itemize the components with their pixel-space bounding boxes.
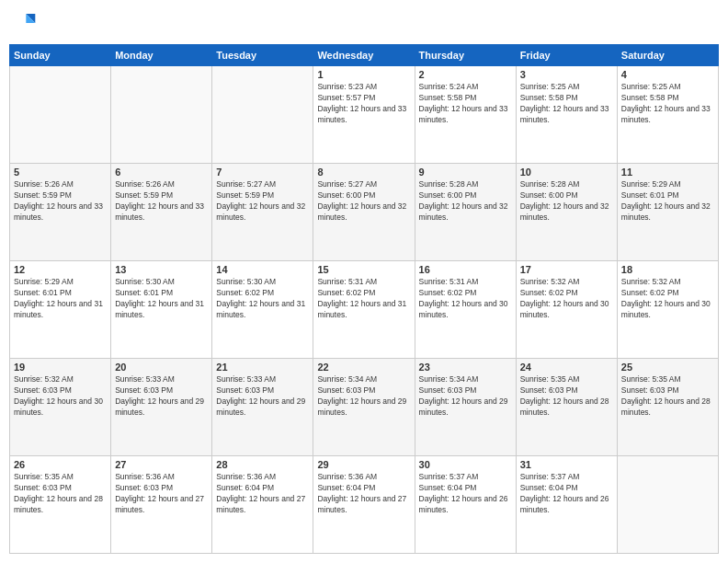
calendar-cell: 23Sunrise: 5:34 AM Sunset: 6:03 PM Dayli… [415,359,516,456]
logo-icon [9,9,37,37]
cell-info: Sunrise: 5:23 AM Sunset: 5:57 PM Dayligh… [317,82,410,126]
calendar-cell: 24Sunrise: 5:35 AM Sunset: 6:03 PM Dayli… [516,359,617,456]
calendar-cell: 13Sunrise: 5:30 AM Sunset: 6:01 PM Dayli… [111,261,212,359]
day-number: 21 [216,362,309,373]
calendar-cell: 6Sunrise: 5:26 AM Sunset: 5:59 PM Daylig… [111,164,212,261]
weekday-header-monday: Monday [111,45,212,66]
calendar-cell: 2Sunrise: 5:24 AM Sunset: 5:58 PM Daylig… [415,66,516,164]
day-number: 24 [520,362,613,373]
cell-info: Sunrise: 5:31 AM Sunset: 6:02 PM Dayligh… [419,277,512,321]
day-number: 10 [520,167,613,178]
cell-info: Sunrise: 5:25 AM Sunset: 5:58 PM Dayligh… [520,82,613,126]
day-number: 26 [14,459,107,470]
calendar-cell [212,66,313,164]
day-number: 14 [216,264,309,275]
cell-info: Sunrise: 5:28 AM Sunset: 6:00 PM Dayligh… [520,179,613,224]
weekday-header-wednesday: Wednesday [313,45,415,66]
cell-info: Sunrise: 5:33 AM Sunset: 6:03 PM Dayligh… [216,374,309,419]
cell-info: Sunrise: 5:28 AM Sunset: 6:00 PM Dayligh… [419,179,512,224]
day-number: 23 [419,362,512,373]
calendar-cell: 30Sunrise: 5:37 AM Sunset: 6:04 PM Dayli… [415,456,516,554]
cell-info: Sunrise: 5:34 AM Sunset: 6:03 PM Dayligh… [419,374,512,419]
day-number: 19 [14,362,107,373]
calendar-cell: 15Sunrise: 5:31 AM Sunset: 6:02 PM Dayli… [313,261,415,359]
calendar-cell: 5Sunrise: 5:26 AM Sunset: 5:59 PM Daylig… [10,164,111,261]
calendar-cell: 21Sunrise: 5:33 AM Sunset: 6:03 PM Dayli… [212,359,313,456]
calendar-cell: 29Sunrise: 5:36 AM Sunset: 6:04 PM Dayli… [313,456,415,554]
cell-info: Sunrise: 5:35 AM Sunset: 6:03 PM Dayligh… [520,374,613,419]
day-number: 1 [317,69,410,80]
cell-info: Sunrise: 5:27 AM Sunset: 6:00 PM Dayligh… [317,179,410,224]
cell-info: Sunrise: 5:24 AM Sunset: 5:58 PM Dayligh… [419,82,512,126]
day-number: 20 [115,362,208,373]
day-number: 5 [14,167,107,178]
cell-info: Sunrise: 5:32 AM Sunset: 6:02 PM Dayligh… [520,277,613,321]
calendar-cell: 7Sunrise: 5:27 AM Sunset: 5:59 PM Daylig… [212,164,313,261]
calendar-week-row: 26Sunrise: 5:35 AM Sunset: 6:03 PM Dayli… [10,456,719,554]
day-number: 4 [621,69,714,80]
cell-info: Sunrise: 5:35 AM Sunset: 6:03 PM Dayligh… [621,374,714,419]
header [9,9,719,37]
calendar-week-row: 19Sunrise: 5:32 AM Sunset: 6:03 PM Dayli… [10,359,719,456]
cell-info: Sunrise: 5:35 AM Sunset: 6:03 PM Dayligh… [14,472,107,516]
weekday-header-thursday: Thursday [415,45,516,66]
day-number: 29 [317,459,410,470]
cell-info: Sunrise: 5:36 AM Sunset: 6:04 PM Dayligh… [216,472,309,516]
day-number: 13 [115,264,208,275]
calendar-cell: 4Sunrise: 5:25 AM Sunset: 5:58 PM Daylig… [617,66,718,164]
day-number: 15 [317,264,410,275]
calendar-cell: 12Sunrise: 5:29 AM Sunset: 6:01 PM Dayli… [10,261,111,359]
calendar-cell: 11Sunrise: 5:29 AM Sunset: 6:01 PM Dayli… [617,164,718,261]
calendar-cell [10,66,111,164]
cell-info: Sunrise: 5:36 AM Sunset: 6:04 PM Dayligh… [317,472,410,516]
day-number: 2 [419,69,512,80]
calendar-cell: 19Sunrise: 5:32 AM Sunset: 6:03 PM Dayli… [10,359,111,456]
cell-info: Sunrise: 5:25 AM Sunset: 5:58 PM Dayligh… [621,82,714,126]
calendar-week-row: 1Sunrise: 5:23 AM Sunset: 5:57 PM Daylig… [10,66,719,164]
day-number: 25 [621,362,714,373]
cell-info: Sunrise: 5:32 AM Sunset: 6:03 PM Dayligh… [14,374,107,419]
calendar-cell: 25Sunrise: 5:35 AM Sunset: 6:03 PM Dayli… [617,359,718,456]
cell-info: Sunrise: 5:37 AM Sunset: 6:04 PM Dayligh… [419,472,512,516]
cell-info: Sunrise: 5:30 AM Sunset: 6:01 PM Dayligh… [115,277,208,321]
calendar-cell: 27Sunrise: 5:36 AM Sunset: 6:03 PM Dayli… [111,456,212,554]
calendar-cell: 9Sunrise: 5:28 AM Sunset: 6:00 PM Daylig… [415,164,516,261]
day-number: 3 [520,69,613,80]
day-number: 9 [419,167,512,178]
calendar-cell: 18Sunrise: 5:32 AM Sunset: 6:02 PM Dayli… [617,261,718,359]
cell-info: Sunrise: 5:34 AM Sunset: 6:03 PM Dayligh… [317,374,410,419]
day-number: 16 [419,264,512,275]
calendar-cell: 14Sunrise: 5:30 AM Sunset: 6:02 PM Dayli… [212,261,313,359]
cell-info: Sunrise: 5:27 AM Sunset: 5:59 PM Dayligh… [216,179,309,224]
cell-info: Sunrise: 5:37 AM Sunset: 6:04 PM Dayligh… [520,472,613,516]
day-number: 30 [419,459,512,470]
day-number: 18 [621,264,714,275]
cell-info: Sunrise: 5:29 AM Sunset: 6:01 PM Dayligh… [621,179,714,224]
day-number: 7 [216,167,309,178]
cell-info: Sunrise: 5:36 AM Sunset: 6:03 PM Dayligh… [115,472,208,516]
day-number: 8 [317,167,410,178]
calendar-cell: 1Sunrise: 5:23 AM Sunset: 5:57 PM Daylig… [313,66,415,164]
calendar-cell: 20Sunrise: 5:33 AM Sunset: 6:03 PM Dayli… [111,359,212,456]
weekday-header-friday: Friday [516,45,617,66]
calendar-cell: 26Sunrise: 5:35 AM Sunset: 6:03 PM Dayli… [10,456,111,554]
day-number: 27 [115,459,208,470]
calendar-cell: 28Sunrise: 5:36 AM Sunset: 6:04 PM Dayli… [212,456,313,554]
cell-info: Sunrise: 5:30 AM Sunset: 6:02 PM Dayligh… [216,277,309,321]
weekday-header-row: SundayMondayTuesdayWednesdayThursdayFrid… [10,45,719,66]
calendar-cell [111,66,212,164]
logo [9,9,40,37]
calendar-cell [617,456,718,554]
calendar-cell: 3Sunrise: 5:25 AM Sunset: 5:58 PM Daylig… [516,66,617,164]
calendar-cell: 16Sunrise: 5:31 AM Sunset: 6:02 PM Dayli… [415,261,516,359]
cell-info: Sunrise: 5:33 AM Sunset: 6:03 PM Dayligh… [115,374,208,419]
cell-info: Sunrise: 5:26 AM Sunset: 5:59 PM Dayligh… [115,179,208,224]
weekday-header-saturday: Saturday [617,45,718,66]
day-number: 6 [115,167,208,178]
day-number: 22 [317,362,410,373]
page: SundayMondayTuesdayWednesdayThursdayFrid… [0,0,728,563]
day-number: 11 [621,167,714,178]
calendar-week-row: 5Sunrise: 5:26 AM Sunset: 5:59 PM Daylig… [10,164,719,261]
calendar-cell: 22Sunrise: 5:34 AM Sunset: 6:03 PM Dayli… [313,359,415,456]
day-number: 12 [14,264,107,275]
